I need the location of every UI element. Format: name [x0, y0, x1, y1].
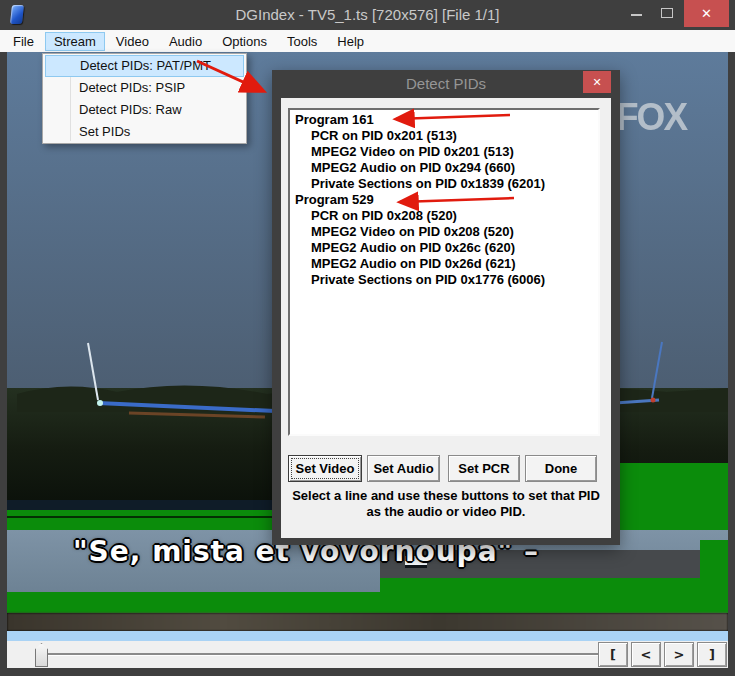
- close-button[interactable]: ✕: [684, 0, 729, 27]
- corruption-green-bar-bottom: [7, 592, 728, 613]
- pid-list-item[interactable]: Program 161: [290, 112, 598, 128]
- menu-item-detect-pids-pat-pmt[interactable]: Detect PIDs: PAT/PMT: [45, 55, 244, 77]
- step-back-button[interactable]: <: [631, 642, 661, 667]
- pid-list-item[interactable]: PCR on PID 0x201 (513): [290, 128, 598, 144]
- dgindex-window: DGIndex - TV5_1.ts [720x576] [File 1/1] …: [0, 0, 735, 676]
- maximize-button[interactable]: [652, 0, 682, 28]
- pid-list-item[interactable]: MPEG2 Video on PID 0x201 (513): [290, 144, 598, 160]
- pid-list-item[interactable]: MPEG2 Audio on PID 0x26d (621): [290, 256, 598, 272]
- dialog-title: Detect PIDs: [272, 70, 620, 98]
- done-button[interactable]: Done: [525, 455, 597, 482]
- menu-file[interactable]: File: [4, 32, 43, 51]
- set-pcr-button[interactable]: Set PCR: [448, 455, 520, 482]
- menu-video[interactable]: Video: [107, 32, 158, 51]
- menu-item-detect-pids-raw[interactable]: Detect PIDs: Raw: [45, 99, 244, 121]
- transport-bar: [ < > ]: [7, 641, 728, 668]
- dialog-body: Program 161 PCR on PID 0x201 (513) MPEG2…: [281, 98, 611, 538]
- pid-list-item[interactable]: MPEG2 Audio on PID 0x294 (660): [290, 160, 598, 176]
- stream-menu-dropdown: Detect PIDs: PAT/PMT Detect PIDs: PSIP D…: [42, 53, 247, 144]
- pid-list-item[interactable]: Program 529: [290, 192, 598, 208]
- pid-list-text: MPEG2 Audio on PID 0x26d (621): [311, 256, 516, 271]
- detect-pids-dialog: Detect PIDs ✕ Program 161 PCR on PID 0x2…: [272, 70, 620, 545]
- pid-list-item[interactable]: MPEG2 Video on PID 0x208 (520): [290, 224, 598, 240]
- pid-list-text: Program 161: [295, 112, 374, 127]
- pid-list-item[interactable]: MPEG2 Audio on PID 0x26c (620): [290, 240, 598, 256]
- menu-item-detect-pids-psip[interactable]: Detect PIDs: PSIP: [45, 77, 244, 99]
- pid-list-text: Private Sections on PID 0x1776 (6006): [311, 272, 545, 287]
- menu-tools[interactable]: Tools: [278, 32, 326, 51]
- pid-list-text: MPEG2 Video on PID 0x201 (513): [311, 144, 514, 159]
- set-audio-button[interactable]: Set Audio: [367, 455, 440, 482]
- menu-options[interactable]: Options: [213, 32, 276, 51]
- step-forward-button[interactable]: >: [664, 642, 694, 667]
- menu-item-set-pids[interactable]: Set PIDs: [45, 121, 244, 143]
- dialog-close-button[interactable]: ✕: [583, 71, 611, 93]
- set-video-button[interactable]: Set Video: [288, 455, 362, 482]
- progress-strip: [7, 631, 728, 641]
- menu-help[interactable]: Help: [328, 32, 373, 51]
- minimize-button[interactable]: [622, 0, 652, 28]
- pid-list-item[interactable]: Private Sections on PID 0x1776 (6006): [290, 272, 598, 288]
- pid-list-text: PCR on PID 0x201 (513): [311, 128, 457, 143]
- video-blurred-strip: [7, 613, 728, 631]
- menu-stream[interactable]: Stream: [45, 32, 105, 51]
- pid-list-item[interactable]: Private Sections on PID 0x1839 (6201): [290, 176, 598, 192]
- pid-list-text: MPEG2 Video on PID 0x208 (520): [311, 224, 514, 239]
- seek-slider-thumb[interactable]: [35, 643, 48, 667]
- pid-list-item[interactable]: PCR on PID 0x208 (520): [290, 208, 598, 224]
- pid-listbox[interactable]: Program 161 PCR on PID 0x201 (513) MPEG2…: [288, 108, 600, 436]
- pid-list-text: MPEG2 Audio on PID 0x294 (660): [311, 160, 515, 175]
- pid-list-text: PCR on PID 0x208 (520): [311, 208, 457, 223]
- pid-list-text: Program 529: [295, 192, 374, 207]
- seek-slider-track[interactable]: [42, 653, 598, 656]
- mark-out-button[interactable]: ]: [697, 642, 727, 667]
- pid-list-text: Private Sections on PID 0x1839 (6201): [311, 176, 545, 191]
- pid-list-text: MPEG2 Audio on PID 0x26c (620): [311, 240, 515, 255]
- mark-in-button[interactable]: [: [598, 642, 628, 667]
- menu-audio[interactable]: Audio: [160, 32, 211, 51]
- dialog-help-text: Select a line and use these buttons to s…: [289, 488, 603, 520]
- title-bar: DGIndex - TV5_1.ts [720x576] [File 1/1] …: [0, 0, 735, 30]
- menu-bar: File Stream Video Audio Options Tools He…: [0, 30, 735, 52]
